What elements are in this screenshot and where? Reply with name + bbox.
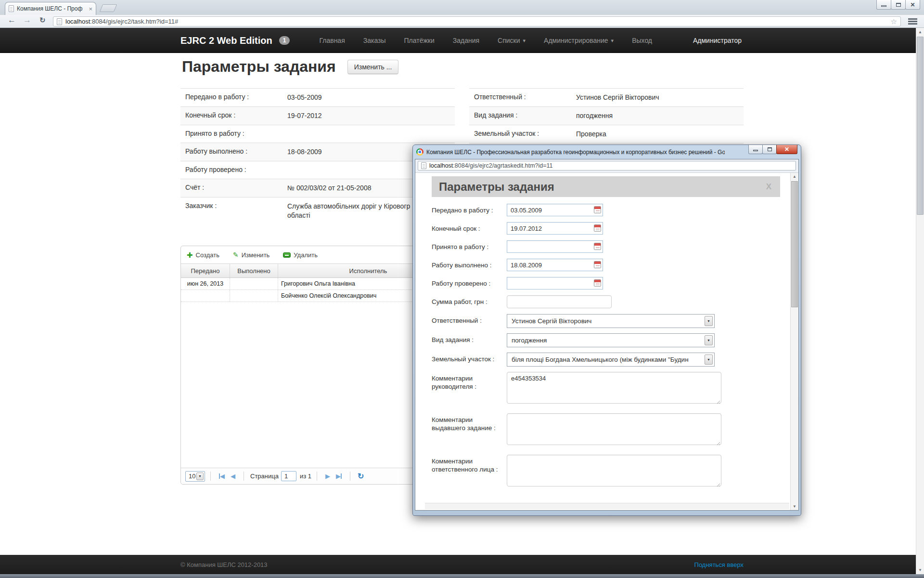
scroll-up-icon[interactable]: ▲ <box>916 28 924 36</box>
maximize-icon <box>896 3 901 7</box>
detail-row: Земельный участок :Проверка <box>469 125 744 144</box>
nav-item-platezhki[interactable]: Платёжки <box>395 37 444 44</box>
column-header-vypolneno[interactable]: Выполнено <box>230 264 278 277</box>
grid-delete-button[interactable]: Удалить <box>283 251 318 259</box>
first-page-icon[interactable]: ◀ <box>219 473 225 479</box>
popup-minimize-button[interactable] <box>748 145 763 154</box>
document-icon <box>9 5 14 12</box>
close-icon: ✕ <box>910 2 915 8</box>
popup-maximize-button[interactable] <box>762 145 777 154</box>
calendar-icon[interactable] <box>594 279 601 287</box>
popup-scrollbar[interactable]: ▲ ▼ <box>790 173 798 510</box>
modal-close-icon[interactable]: X <box>766 182 780 192</box>
scroll-down-icon[interactable]: ▼ <box>916 566 924 574</box>
detail-row: Ответственный :Устинов Сергій Вікторович <box>469 88 744 106</box>
document-icon <box>57 18 62 25</box>
grid-create-button[interactable]: ✚Создать <box>187 251 219 259</box>
window-close-button[interactable]: ✕ <box>905 0 920 10</box>
date-konechny-input[interactable] <box>507 222 603 235</box>
popup-content: Параметры задания X Передано в работу : … <box>415 173 798 510</box>
popup-title-bar[interactable]: Компания ШЕЛС - Профессиональная разрабо… <box>413 145 801 159</box>
refresh-icon[interactable]: ↻ <box>358 472 364 481</box>
issuer-comments-textarea[interactable] <box>507 413 721 445</box>
nav-item-glavnaya[interactable]: Главная <box>310 37 354 44</box>
main-scrollbar[interactable]: ▲ ▼ <box>916 28 924 574</box>
tab-close-icon[interactable]: × <box>89 6 92 12</box>
close-icon: ✕ <box>784 146 789 153</box>
form-row: Ответственный : Устинов Сергій Вікторови… <box>432 314 780 328</box>
grid-edit-button[interactable]: ✎Изменить <box>233 251 270 259</box>
browser-toolbar: ← → ↻ localhost:8084/gis/ejrc2/task.htm?… <box>0 15 924 28</box>
form-row: Работу выполнено : <box>432 259 780 271</box>
chevron-down-icon: ▾ <box>611 38 614 44</box>
menu-icon[interactable] <box>908 18 917 25</box>
form-row: Передано в работу : <box>432 204 780 216</box>
scroll-up-icon[interactable]: ▲ <box>791 173 798 180</box>
window-minimize-button[interactable] <box>876 0 891 10</box>
nav-item-vykhod[interactable]: Выход <box>623 37 661 44</box>
back-to-top-link[interactable]: Подняться вверх <box>694 561 744 568</box>
calendar-icon[interactable] <box>594 243 601 250</box>
copyright-text: © Компания ШЕЛС 2012-2013 <box>180 561 268 568</box>
calendar-icon[interactable] <box>594 261 601 268</box>
brand[interactable]: EJRC 2 Web Edition <box>180 35 272 46</box>
date-peredano-input[interactable] <box>507 204 603 216</box>
chevron-down-icon <box>705 316 713 326</box>
nav-item-spiski[interactable]: Списки▾ <box>488 37 535 44</box>
scrollbar-thumb[interactable] <box>917 37 924 215</box>
edit-task-popup-window: Компания ШЕЛС - Профессиональная разрабо… <box>412 144 801 516</box>
nav-item-administrirovanie[interactable]: Администрирование▾ <box>535 37 623 44</box>
detail-row: Конечный срок :19-07-2012 <box>180 106 455 125</box>
chevron-down-icon <box>705 335 713 345</box>
url-text: localhost:8084/gis/ejrc2/task.htm?id=11# <box>65 18 178 25</box>
window-maximize-button[interactable] <box>891 0 906 10</box>
modal-footer <box>425 503 789 509</box>
calendar-icon[interactable] <box>594 224 601 232</box>
page-number-input[interactable] <box>281 471 296 481</box>
form-row: Работу проверено : <box>432 277 780 289</box>
manager-comments-textarea[interactable]: e454353534 <box>507 372 721 404</box>
popup-close-button[interactable]: ✕ <box>776 145 797 154</box>
popup-url-field[interactable]: localhost:8084/gis/ejrc2/agrtaskedit.htm… <box>418 161 796 171</box>
calendar-icon[interactable] <box>594 206 601 213</box>
new-tab-button[interactable] <box>100 4 117 12</box>
prev-page-icon[interactable]: ◀ <box>231 473 235 479</box>
minimize-icon <box>753 150 758 151</box>
form-row: Комментарии руководителя : e454353534 <box>432 372 780 406</box>
notification-badge[interactable]: 1 <box>279 36 290 45</box>
date-vypolneno-input[interactable] <box>507 259 603 271</box>
scrollbar-thumb[interactable] <box>791 181 798 307</box>
window-bottom-edge <box>0 574 924 578</box>
document-icon <box>421 162 426 169</box>
back-icon[interactable]: ← <box>8 15 16 25</box>
reload-icon[interactable]: ↻ <box>39 16 46 25</box>
date-prinyato-input[interactable] <box>507 240 603 253</box>
chevron-down-icon <box>705 355 713 365</box>
star-icon[interactable]: ☆ <box>891 18 897 25</box>
form-row: Конечный срок : <box>432 222 780 235</box>
browser-tab-strip: Компания ШЕЛС - Проф × ✕ <box>0 0 924 15</box>
date-provereno-input[interactable] <box>507 277 603 289</box>
responsible-comments-textarea[interactable] <box>507 455 721 486</box>
responsible-select[interactable]: Устинов Сергій Вікторович <box>507 314 715 328</box>
page-count: из 1 <box>300 473 311 480</box>
form-row: Комментарии ответственного лица : <box>432 455 780 488</box>
nav-item-zakazy[interactable]: Заказы <box>354 37 395 44</box>
task-type-select[interactable]: погодження <box>507 333 715 347</box>
land-parcel-select[interactable]: біля площі Богдана Хмельницького (між бу… <box>507 353 715 367</box>
nav-item-zadaniya[interactable]: Задания <box>444 37 488 44</box>
last-page-icon[interactable]: ▶ <box>336 473 342 479</box>
scroll-down-icon[interactable]: ▼ <box>791 503 798 510</box>
forward-icon[interactable]: → <box>23 15 31 25</box>
column-header-peredano[interactable]: Передано <box>181 264 230 277</box>
amount-input[interactable] <box>507 295 612 308</box>
page-size-select[interactable]: 10 <box>185 471 205 482</box>
edit-task-button[interactable]: Изменить ... <box>347 60 399 74</box>
browser-tab[interactable]: Компания ШЕЛС - Проф × <box>5 2 96 15</box>
next-page-icon[interactable]: ▶ <box>325 473 330 479</box>
form-row: Земельный участок : біля площі Богдана Х… <box>432 353 780 367</box>
chrome-icon <box>416 148 424 156</box>
detail-row: Передано в работу :03-05-2009 <box>180 88 455 106</box>
current-user[interactable]: Администратор <box>693 37 744 44</box>
url-bar[interactable]: localhost:8084/gis/ejrc2/task.htm?id=11#… <box>53 16 901 26</box>
